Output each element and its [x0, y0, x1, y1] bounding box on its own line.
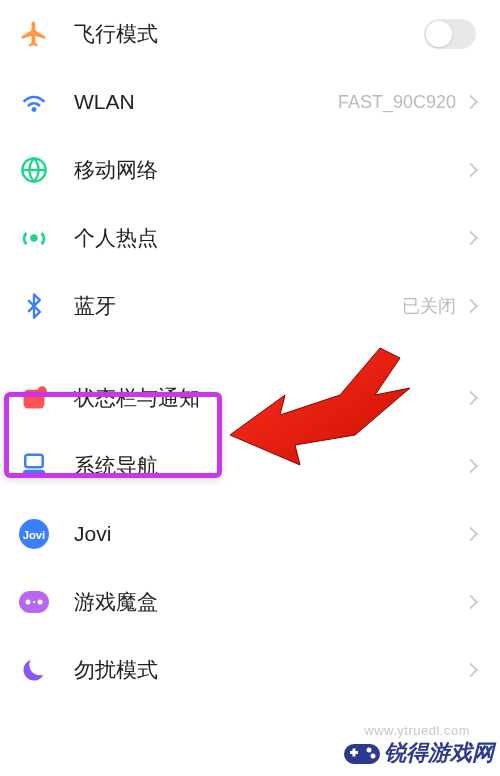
- item-label: WLAN: [74, 90, 338, 114]
- chevron-right-icon: [464, 299, 478, 313]
- chevron-right-icon: [464, 391, 478, 405]
- item-value: FAST_90C920: [338, 92, 456, 113]
- airplane-icon: [18, 18, 50, 50]
- setting-statusbar[interactable]: 状态栏与通知: [0, 364, 500, 432]
- chevron-right-icon: [464, 163, 478, 177]
- chevron-right-icon: [464, 663, 478, 677]
- chevron-right-icon: [464, 231, 478, 245]
- svg-point-9: [26, 600, 31, 605]
- controller-icon: [344, 740, 380, 766]
- setting-airplane[interactable]: 飞行模式: [0, 0, 500, 68]
- setting-hotspot[interactable]: 个人热点: [0, 204, 500, 272]
- setting-navigation[interactable]: 系统导航: [0, 432, 500, 500]
- setting-bluetooth[interactable]: 蓝牙 已关闭: [0, 272, 500, 340]
- item-label: 游戏魔盒: [74, 588, 466, 616]
- item-label: 勿扰模式: [74, 656, 466, 684]
- svg-rect-14: [353, 749, 356, 757]
- item-label: 系统导航: [74, 452, 466, 480]
- svg-rect-11: [33, 601, 35, 603]
- chevron-right-icon: [464, 459, 478, 473]
- bluetooth-icon: [18, 290, 50, 322]
- svg-rect-12: [344, 744, 380, 764]
- watermark: 锐得游戏网: [344, 738, 494, 768]
- svg-rect-5: [23, 470, 46, 478]
- gamebox-icon: [18, 586, 50, 618]
- setting-mobile[interactable]: 移动网络: [0, 136, 500, 204]
- svg-point-16: [371, 754, 376, 759]
- setting-gamebox[interactable]: 游戏魔盒: [0, 568, 500, 636]
- globe-icon: [18, 154, 50, 186]
- chevron-right-icon: [464, 95, 478, 109]
- watermark-url: www.ytruedl.com: [364, 723, 470, 738]
- item-label: 飞行模式: [74, 20, 424, 48]
- item-label: Jovi: [74, 522, 466, 546]
- section-gap: [0, 340, 500, 364]
- item-label: 移动网络: [74, 156, 466, 184]
- svg-text:Jovi: Jovi: [23, 529, 46, 541]
- notification-icon: [18, 382, 50, 414]
- item-value: 已关闭: [402, 294, 456, 318]
- svg-rect-4: [25, 455, 43, 468]
- item-label: 个人热点: [74, 224, 466, 252]
- watermark-brand: 锐得游戏网: [384, 738, 494, 768]
- setting-dnd[interactable]: 勿扰模式: [0, 636, 500, 704]
- item-label: 蓝牙: [74, 292, 402, 320]
- wifi-icon: [18, 86, 50, 118]
- item-label: 状态栏与通知: [74, 384, 466, 412]
- jovi-icon: Jovi: [18, 518, 50, 550]
- setting-wlan[interactable]: WLAN FAST_90C920: [0, 68, 500, 136]
- chevron-right-icon: [464, 527, 478, 541]
- setting-jovi[interactable]: Jovi Jovi: [0, 500, 500, 568]
- svg-point-3: [38, 386, 47, 395]
- svg-point-1: [30, 234, 38, 242]
- navigation-icon: [18, 450, 50, 482]
- svg-point-15: [367, 748, 372, 753]
- airplane-toggle[interactable]: [424, 19, 476, 49]
- hotspot-icon: [18, 222, 50, 254]
- chevron-right-icon: [464, 595, 478, 609]
- settings-list: 飞行模式 WLAN FAST_90C920 移动网络 个人热点 蓝牙 已关闭: [0, 0, 500, 704]
- moon-icon: [18, 654, 50, 686]
- svg-point-10: [38, 600, 43, 605]
